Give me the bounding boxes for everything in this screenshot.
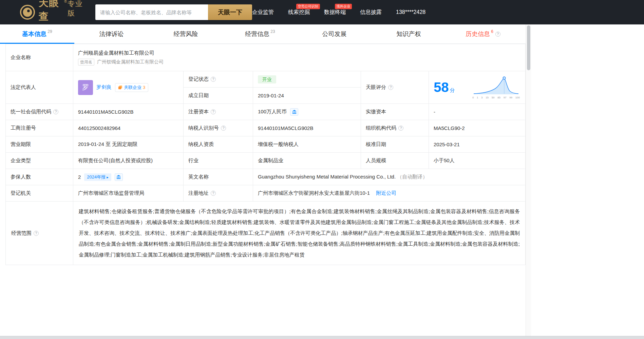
capital-structure-icon[interactable] — [290, 108, 298, 116]
help-icon[interactable]: ? — [34, 231, 39, 236]
nav-info-disclosure[interactable]: 信息披露 — [360, 9, 382, 16]
help-icon[interactable]: ? — [53, 109, 58, 114]
help-icon[interactable]: ? — [495, 32, 500, 37]
taxpayer-id-label: 纳税人识别号 ? — [184, 120, 253, 136]
overseas-company-badge: 境外企业 — [335, 4, 352, 9]
vertical-scrollbar[interactable] — [526, 24, 531, 336]
tab-history-info[interactable]: 历史信息 6 ? — [446, 24, 520, 43]
est-date-label: 成立日期 — [184, 88, 253, 104]
related-companies-count: 3 — [143, 85, 145, 90]
table-row: 企业名称 广州顺易盛金属材料加工有限公司 曾用名 广州钗镯金属材料加工有限公司 — [6, 44, 526, 71]
registered-mark: ® — [64, 0, 67, 3]
tab-intellectual-property[interactable]: 知识产权 — [372, 24, 446, 43]
table-row: 企业类型 有限责任公司(自然人投资或控股) 行业 金属制品业 人员规模 小于50… — [6, 153, 526, 169]
tab-legal-litigation[interactable]: 法律诉讼 — [74, 24, 149, 43]
business-scope-cell: 建筑材料销售;仓储设备租赁服务;普通货物仓储服务（不含危险化学品等需许可审批的项… — [73, 202, 526, 265]
help-icon[interactable]: ? — [221, 126, 226, 131]
paid-capital-cell: - — [429, 104, 526, 120]
reg-number-cell: 440125002482964 — [73, 120, 184, 136]
related-companies-label: 关联企业 — [124, 84, 141, 91]
reg-capital-cell: 100万人民币 — [253, 104, 361, 120]
table-row: 参保人数 2 2024年报 ▸ 英文名称 Guang — [6, 169, 526, 185]
taxpayer-id-cell: 91440101MA5CLG902B — [253, 120, 361, 136]
help-icon[interactable]: ? — [211, 109, 216, 114]
user-phone[interactable]: 138****2428 — [396, 9, 425, 15]
basic-info-card: 企业名称 广州顺易盛金属材料加工有限公司 曾用名 广州钗镯金属材料加工有限公司 … — [5, 44, 526, 265]
score-label: 天眼评分 ? — [361, 71, 429, 104]
tab-business-info-count: 23 — [270, 29, 275, 34]
taxpayer-quality-cell: 增值税一般纳税人 — [253, 136, 361, 153]
table-row: 营业期限 2019-01-24 至 无固定期限 纳税人资质 增值税一般纳税人 核… — [6, 136, 526, 153]
tab-operating-risk[interactable]: 经营风险 — [149, 24, 223, 43]
table-row: 经营范围 ? 建筑材料销售;仓储设备租赁服务;普通货物仓储服务（不含危险化学品等… — [6, 202, 526, 265]
score-curve — [472, 76, 520, 95]
help-icon[interactable]: ? — [398, 126, 403, 131]
company-name: 广州顺易盛金属材料加工有限公司 — [78, 50, 520, 56]
reg-authority-label: 登记机关 — [6, 185, 73, 202]
legal-rep-cell: 罗 罗剑良 关联企业 3 — [73, 71, 184, 104]
reg-address-cell: 广州市增城区永宁街翟洞村永安大道新屋六街10-1 附近公司 — [253, 185, 526, 202]
brand-name: 天眼查 — [39, 0, 63, 23]
arrow-right-icon: ▸ — [107, 173, 109, 181]
horizontal-scrollbar[interactable] — [0, 336, 644, 339]
score-cell: 58 分 0131550859799100 — [429, 71, 526, 104]
help-icon[interactable]: ? — [388, 85, 393, 90]
legal-rep-link[interactable]: 罗剑良 — [96, 84, 112, 91]
legal-rep-avatar[interactable]: 罗 — [78, 80, 93, 95]
tab-history-info-label: 历史信息 — [466, 30, 490, 38]
tianyancha-eye-icon — [20, 4, 35, 20]
business-term-cell: 2019-01-24 至 无固定期限 — [73, 136, 184, 153]
approval-date-label: 核准日期 — [361, 136, 429, 153]
approval-date-cell: 2025-03-21 — [429, 136, 526, 153]
tab-company-development[interactable]: 公司发展 — [297, 24, 372, 43]
tab-company-development-label: 公司发展 — [322, 30, 347, 38]
shell-company-badge: 空壳公司识别 — [296, 4, 320, 9]
table-row: 工商注册号 440125002482964 纳税人识别号 ? 91440101M… — [6, 120, 526, 136]
reg-status-label: 登记状态 ? — [184, 71, 253, 88]
tab-intellectual-property-label: 知识产权 — [397, 30, 421, 38]
insured-detail-icon[interactable] — [115, 173, 123, 181]
search-input[interactable] — [95, 4, 208, 20]
nav-clue-mining[interactable]: 线索挖掘 空壳公司识别 — [288, 9, 310, 16]
reg-number-label: 工商注册号 — [6, 120, 73, 136]
annual-report-badge[interactable]: 2024年报 ▸ — [84, 173, 111, 181]
tab-basic-info[interactable]: 基本信息 29 — [0, 24, 74, 43]
business-term-label: 营业期限 — [6, 136, 73, 153]
tab-history-info-count: 6 — [491, 29, 493, 34]
tianyan-score[interactable]: 58 分 — [434, 80, 455, 95]
table-row: 登记机关 广州市增城区市场监督管理局 注册地址 ? 广州市增城区永宁街翟洞村永安… — [6, 185, 526, 202]
help-icon[interactable]: ? — [211, 191, 216, 196]
business-scope-text: 建筑材料销售;仓储设备租赁服务;普通货物仓储服务（不含危险化学品等需许可审批的项… — [79, 206, 520, 260]
company-type-cell: 有限责任公司(自然人投资或控股) — [73, 153, 184, 169]
nav-clue-mining-label: 线索挖掘 — [288, 9, 310, 15]
business-scope-label: 经营范围 ? — [6, 202, 73, 265]
table-row: 统一社会信用代码 ? 91440101MA5CLG902B 注册资本 ? 100… — [6, 104, 526, 120]
credit-code-cell: 91440101MA5CLG902B — [73, 104, 184, 120]
tab-operating-risk-label: 经营风险 — [174, 30, 198, 38]
org-code-label: 组织机构代码 ? — [361, 120, 429, 136]
nearby-companies-link[interactable]: 附近公司 — [376, 190, 396, 196]
nav-data-terminal-label: 数据终端 — [324, 9, 346, 15]
logo[interactable]: 天眼查 ® 专业版 pro.tianyancha.com — [20, 0, 87, 28]
english-name-label: 英文名称 — [184, 169, 253, 185]
nav-data-terminal[interactable]: 数据终端 境外企业 — [324, 9, 346, 16]
insured-label: 参保人数 — [6, 169, 73, 185]
basic-info-table: 企业名称 广州顺易盛金属材料加工有限公司 曾用名 广州钗镯金属材料加工有限公司 … — [5, 44, 526, 265]
industry-label: 行业 — [184, 153, 253, 169]
related-company-icon — [118, 85, 122, 90]
top-nav: 企业监管 线索挖掘 空壳公司识别 数据终端 境外企业 信息披露 138****2… — [252, 9, 552, 16]
search-bar: 天眼一下 — [95, 4, 252, 20]
help-icon[interactable]: ? — [211, 77, 216, 82]
reg-address: 广州市增城区永宁街翟洞村永安大道新屋六街10-1 — [258, 190, 370, 196]
vertical-scrollbar-thumb[interactable] — [527, 25, 530, 70]
staff-size-label: 人员规模 — [361, 153, 429, 169]
annual-report-label: 2024年报 — [87, 173, 106, 181]
nav-enterprise-supervision[interactable]: 企业监管 — [252, 9, 274, 16]
tab-business-info[interactable]: 经营信息 23 — [223, 24, 297, 43]
related-companies-badge[interactable]: 关联企业 3 — [115, 83, 148, 92]
english-name: Guangzhou Shunyisheng Metal Material Pro… — [258, 174, 396, 180]
page-body: 基本信息 29 法律诉讼 经营风险 经营信息 23 公司发展 知识产权 历史信息… — [0, 24, 531, 265]
table-row: 法定代表人 罗 罗剑良 关联企业 3 — [6, 71, 526, 88]
search-button[interactable]: 天眼一下 — [208, 4, 252, 20]
insured-count: 2 — [78, 174, 81, 180]
